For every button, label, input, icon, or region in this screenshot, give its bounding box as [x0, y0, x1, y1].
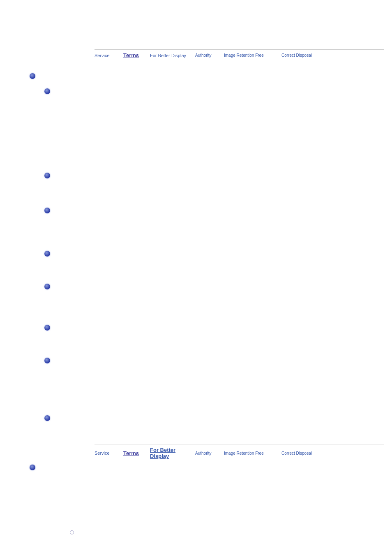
- col-retention-bottom: Image Retention Free: [224, 451, 281, 456]
- radio-dot-9[interactable]: [44, 415, 50, 421]
- col-authority-top: Authority: [195, 53, 224, 58]
- col-authority-bottom: Authority: [195, 451, 224, 456]
- col-better-bottom: For Better Display: [150, 447, 195, 459]
- col-retention-top: Image Retention Free: [224, 53, 281, 58]
- radio-dot-2[interactable]: [44, 88, 50, 94]
- col-terms-bottom: Terms: [123, 450, 150, 456]
- radio-dot-1[interactable]: [30, 73, 35, 79]
- top-table-header: Service Terms For Better Display Authori…: [95, 49, 384, 61]
- radio-dot-7[interactable]: [44, 325, 50, 331]
- radio-dot-4[interactable]: [44, 208, 50, 213]
- radio-dot-3[interactable]: [44, 173, 50, 178]
- bottom-table-header: Service Terms For Better Display Authori…: [95, 444, 384, 462]
- col-terms-top: Terms: [123, 52, 150, 58]
- radio-dot-10[interactable]: [30, 465, 35, 470]
- col-service-top: Service: [95, 53, 123, 58]
- col-disposal-bottom: Correct Disposal: [281, 451, 323, 456]
- radio-dot-6[interactable]: [44, 284, 50, 289]
- radio-dot-5[interactable]: [44, 251, 50, 257]
- radio-dot-8[interactable]: [44, 358, 50, 363]
- col-disposal-top: Correct Disposal: [281, 53, 323, 58]
- col-better-top: For Better Display: [150, 53, 195, 58]
- col-service-bottom: Service: [95, 451, 123, 456]
- radio-dot-11[interactable]: [70, 530, 74, 534]
